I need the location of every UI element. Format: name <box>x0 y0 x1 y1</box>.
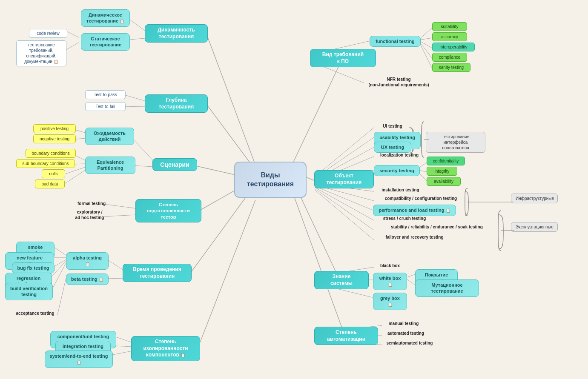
svg-line-22 <box>64 167 85 174</box>
svg-line-0 <box>207 34 260 177</box>
node-dinamichnost: Динамичностьтестирования <box>145 24 208 43</box>
node-grey-box: grey box 📋 <box>373 293 407 310</box>
node-test-to-fail: Test-to-fail <box>85 102 126 111</box>
node-boundary: boundary conditions <box>26 149 76 158</box>
svg-line-44 <box>315 128 374 177</box>
node-white-box: white box 📋 <box>373 273 407 290</box>
node-interoperability: interoperability <box>432 43 475 51</box>
node-dinamicheskoe: Динамическоетестирование 📋 <box>81 9 130 27</box>
node-build-verification: build verificationtesting <box>5 283 53 300</box>
node-ui-testing: UI testing <box>374 123 411 130</box>
node-exploratory: exploratory /ad hoc testing <box>63 208 116 221</box>
node-ozhidaemost: Ожидаемостьдействий <box>85 128 134 145</box>
svg-line-30 <box>53 259 66 267</box>
svg-line-63 <box>407 279 415 285</box>
node-compat: compatibility / configuration testing <box>373 195 469 202</box>
svg-line-12 <box>66 31 79 37</box>
node-bad-data: bad data <box>35 180 65 188</box>
svg-line-9 <box>294 196 346 338</box>
node-alpha: alpha testing 📋 <box>66 252 109 270</box>
node-acceptance: acceptance testing <box>11 310 60 317</box>
svg-line-52 <box>315 188 374 220</box>
node-glubina: Глубинатестирования <box>145 94 208 113</box>
node-formal: formal testing <box>66 200 117 207</box>
node-integrity: integrity <box>427 167 457 176</box>
node-vid-treb: Вид требованийк ПО <box>310 49 376 67</box>
svg-line-51 <box>315 186 374 211</box>
node-semiautomated: semiautomated testing <box>382 339 437 347</box>
node-scenarii: Сценарии <box>152 158 197 171</box>
svg-line-62 <box>407 274 415 277</box>
node-vremya: Время проведениятестирования <box>123 264 192 282</box>
node-stability: stability / reliability / endurance / so… <box>373 223 501 231</box>
node-localization: localization testing <box>374 151 425 159</box>
svg-line-33 <box>57 278 66 315</box>
node-suitability: suitability <box>432 22 467 31</box>
center-label: Виды тестирования <box>247 171 294 189</box>
node-znanie: Знаниесистемы <box>314 271 369 289</box>
node-failover: failover and recovery testing <box>373 234 456 241</box>
svg-line-8 <box>298 191 341 282</box>
node-confidentiality: confidentiality <box>427 157 465 165</box>
node-negative: negative testing <box>33 134 76 143</box>
node-staticheskoe: Статическоетестирование <box>81 33 130 51</box>
node-step-izol: Степеньизолированностикомпонентов 📋 <box>131 336 200 361</box>
node-bug-fix: bug fix testing <box>12 262 54 274</box>
svg-line-5 <box>198 200 255 348</box>
svg-line-42 <box>419 42 432 58</box>
node-test-to-pass: Test-to-pass <box>85 90 126 99</box>
svg-line-40 <box>419 38 432 40</box>
node-infra-label: Инфраструктурные <box>511 194 558 203</box>
node-availability: availability <box>427 177 461 186</box>
svg-line-43 <box>419 43 432 68</box>
svg-line-41 <box>419 41 432 48</box>
node-manual: manual testing <box>382 320 425 327</box>
center-node: Виды тестирования <box>234 162 307 198</box>
node-system-e2e: system/end-to-end testing 📋 <box>45 351 113 368</box>
svg-line-1 <box>207 104 255 170</box>
svg-line-39 <box>419 28 432 39</box>
node-code-review: code review <box>29 29 67 38</box>
node-stress: stress / crush testing <box>373 215 436 222</box>
svg-line-54 <box>315 190 374 240</box>
node-installation: installation testing <box>374 186 427 194</box>
node-step-avto: Степеньавтоматизации <box>314 327 378 345</box>
node-objekt: Объекттестирования <box>314 170 374 188</box>
node-perf-load: performance and load testing 📋 <box>373 205 456 216</box>
svg-line-28 <box>53 247 66 255</box>
svg-line-23 <box>64 170 85 184</box>
node-security: security testing <box>374 165 420 176</box>
node-black-box: black box <box>373 262 407 269</box>
node-functional: functional testing <box>370 36 421 47</box>
node-step-podg: Степеньподготовленноститестов <box>135 199 201 222</box>
node-automated: automated testing <box>382 330 429 337</box>
node-ui-group-label: Тестированиеинтерфейсапользователя <box>426 132 485 153</box>
node-nulls: nulls <box>42 169 65 178</box>
svg-line-6 <box>290 60 342 170</box>
node-req-testing: тестированиетребований,спецификаций,доку… <box>16 40 66 66</box>
node-ekspl-label: Эксплуатационные <box>511 222 558 232</box>
node-nfr: NFR testing(non-functional requirements) <box>364 76 434 88</box>
node-sanity: sanity testing <box>432 63 470 72</box>
node-accuracy: accuracy <box>432 32 467 41</box>
node-compliance: compliance <box>432 53 467 62</box>
svg-line-32 <box>53 263 66 287</box>
node-mutacionnoe: Мутационное тестирование <box>415 279 479 297</box>
node-equivalence: EquivalencePartitioning <box>85 157 135 174</box>
node-sub-boundary: sub-boundary conditions <box>16 159 75 168</box>
node-positive: positive testing <box>33 124 76 133</box>
svg-line-53 <box>315 189 374 230</box>
node-beta: beta testing 📋 <box>66 274 109 285</box>
